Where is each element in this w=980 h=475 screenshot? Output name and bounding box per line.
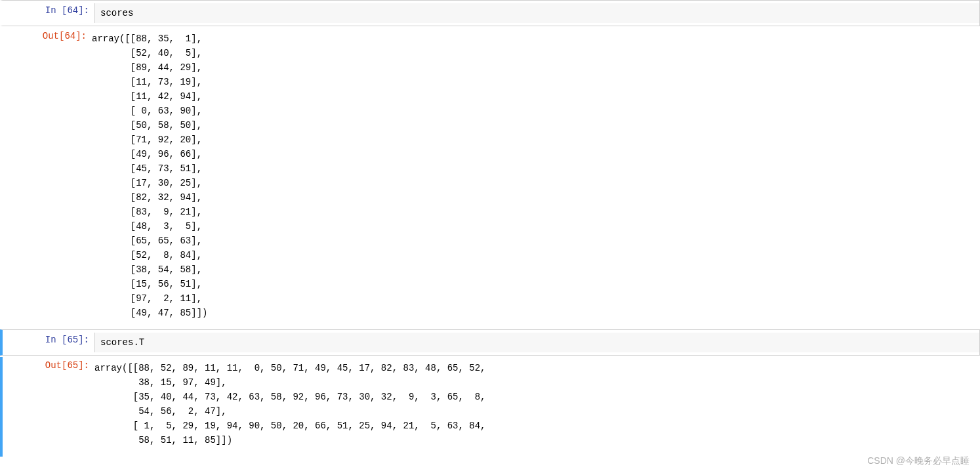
input-content-65[interactable]: scores.T xyxy=(94,333,979,352)
output-prompt-64: Out[64]: xyxy=(0,29,92,43)
output-cell-65: Out[65]: array([[88, 52, 89, 11, 11, 0, … xyxy=(0,357,980,457)
input-content-64[interactable]: scores xyxy=(94,3,979,23)
input-cell-65[interactable]: In [65]: scores.T xyxy=(0,329,980,356)
watermark: CSDN @今晚务必早点睡 xyxy=(867,455,970,457)
out-prompt-label: Out[65]: xyxy=(45,360,89,371)
in-prompt-label: In [64]: xyxy=(45,5,89,16)
input-cell-64[interactable]: In [64]: scores xyxy=(0,0,980,26)
output-content-65: array([[88, 52, 89, 11, 11, 0, 50, 71, 4… xyxy=(94,358,980,450)
out-prompt-label: Out[64]: xyxy=(43,31,87,41)
in-prompt-label: In [65]: xyxy=(45,335,89,345)
input-prompt-65: In [65]: xyxy=(3,333,94,347)
output-cell-64: Out[64]: array([[88, 35, 1], [52, 40, 5]… xyxy=(0,28,980,329)
output-prompt-65: Out[65]: xyxy=(3,358,94,373)
output-content-64: array([[88, 35, 1], [52, 40, 5], [89, 44… xyxy=(92,29,980,323)
input-prompt-64: In [64]: xyxy=(3,3,94,18)
